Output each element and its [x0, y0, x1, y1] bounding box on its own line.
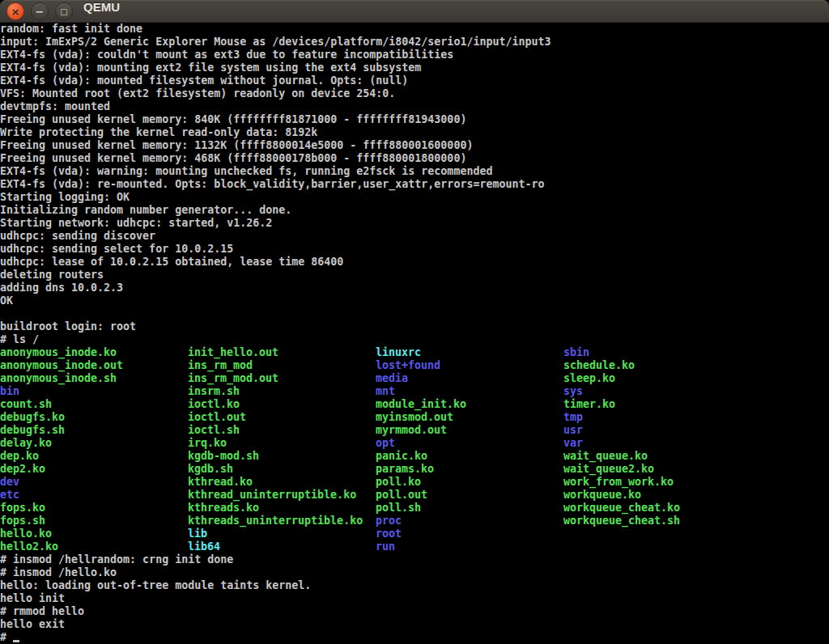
file-entry: ioctl.ko	[188, 398, 376, 411]
ls-row: etckthread_uninterruptible.kopoll.outwor…	[0, 489, 829, 502]
ls-row: fops.shkthreads_uninterruptible.koprocwo…	[0, 515, 829, 527]
ls-row: hello2.kolib64run	[0, 540, 829, 553]
terminal-text: EXT4-fs (vda): mounted filesystem withou…	[0, 74, 408, 87]
file-entry: kthreads_uninterruptible.ko	[188, 515, 376, 527]
file-entry: poll.ko	[376, 476, 563, 489]
file-entry: kthreads.ko	[188, 502, 376, 515]
terminal-text: EXT4-fs (vda): couldn't mount as ext3 du…	[0, 49, 453, 61]
file-entry: module_init.ko	[376, 398, 563, 411]
terminal-line: hello: loading out-of-tree module taints…	[0, 579, 829, 592]
file-entry: hello2.ko	[0, 540, 188, 553]
terminal-line: OK	[0, 294, 829, 307]
terminal-text: random: fast init done	[0, 23, 142, 35]
terminal-text: EXT4-fs (vda): mounting ext2 file system…	[0, 61, 421, 74]
terminal-line: EXT4-fs (vda): warning: mounting uncheck…	[0, 165, 829, 178]
file-entry: debugfs.sh	[0, 424, 188, 437]
titlebar[interactable]: × − □ QEMU	[0, 0, 829, 23]
file-entry: ins_rm_mod.out	[188, 372, 376, 385]
ls-row: hello.kolibroot	[0, 527, 829, 540]
terminal-line: buildroot login: root	[0, 320, 829, 333]
file-entry: count.sh	[0, 398, 188, 411]
ls-row: anonymous_inode.shins_rm_mod.outmediasle…	[0, 372, 829, 385]
terminal-line: input: ImExPS/2 Generic Explorer Mouse a…	[0, 36, 829, 49]
terminal-line: # insmod /hellrandom: crng init done	[0, 553, 829, 566]
terminal-line: # insmod /hello.ko	[0, 566, 829, 579]
file-entry: root	[376, 527, 402, 540]
file-entry: opt	[376, 437, 563, 450]
ls-row: debugfs.shioctl.shmyrmmod.outusr	[0, 424, 829, 437]
file-entry: run	[376, 540, 395, 553]
file-entry: dep2.ko	[0, 463, 188, 476]
file-entry: ioctl.sh	[188, 424, 376, 437]
file-entry: myinsmod.out	[376, 411, 563, 424]
terminal-text: udhcpc: lease of 10.0.2.15 obtained, lea…	[0, 256, 343, 268]
file-entry: ioctl.out	[188, 411, 376, 424]
minimize-button[interactable]: −	[31, 2, 49, 20]
terminal-text: # rmmod hello	[0, 605, 84, 617]
terminal-line: Initializing random number generator... …	[0, 204, 829, 217]
terminal-line: EXT4-fs (vda): mounting ext2 file system…	[0, 61, 829, 74]
terminal-text: adding dns 10.0.2.3	[0, 282, 123, 294]
maximize-button[interactable]: □	[55, 2, 73, 20]
terminal-line	[0, 307, 829, 320]
file-entry: linuxrc	[376, 346, 563, 359]
file-entry: poll.out	[376, 489, 563, 502]
terminal-line: Starting logging: OK	[0, 191, 829, 204]
file-entry: poll.sh	[376, 502, 563, 515]
terminal-text: input: ImExPS/2 Generic Explorer Mouse a…	[0, 36, 551, 48]
terminal-text: Freeing unused kernel memory: 468K (ffff…	[0, 152, 466, 164]
terminal-text: OK	[0, 294, 13, 307]
ls-row: count.shioctl.komodule_init.kotimer.ko	[0, 398, 829, 411]
file-entry: irq.ko	[188, 437, 376, 450]
terminal-text: Initializing random number generator... …	[0, 204, 291, 216]
terminal-text: Starting logging: OK	[0, 191, 130, 203]
file-entry: bin	[0, 385, 188, 398]
terminal-text: devtmpfs: mounted	[0, 100, 110, 112]
file-entry: anonymous_inode.sh	[0, 372, 188, 385]
terminal-text: # ls /	[0, 333, 39, 345]
terminal-cursor	[13, 640, 19, 642]
terminal-line: deleting routers	[0, 269, 829, 282]
file-entry: myrmmod.out	[376, 424, 563, 437]
file-entry: timer.ko	[563, 398, 615, 410]
terminal-text: udhcpc: sending discover	[0, 230, 155, 242]
window-title: QEMU	[83, 0, 120, 14]
file-entry: delay.ko	[0, 437, 188, 450]
terminal-line: hello exit	[0, 618, 829, 631]
file-entry: tmp	[563, 411, 583, 423]
terminal-text: VFS: Mounted root (ext2 filesystem) read…	[0, 87, 395, 100]
terminal-line: udhcpc: lease of 10.0.2.15 obtained, lea…	[0, 256, 829, 269]
terminal[interactable]: random: fast init doneinput: ImExPS/2 Ge…	[0, 23, 829, 644]
file-entry: sys	[563, 385, 583, 397]
file-entry: sbin	[563, 346, 589, 358]
terminal-line: adding dns 10.0.2.3	[0, 282, 829, 294]
file-entry: kgdb.sh	[188, 463, 376, 476]
file-entry: anonymous_inode.out	[0, 359, 188, 372]
file-entry: fops.sh	[0, 515, 188, 527]
file-entry: workqueue_cheat.sh	[563, 515, 680, 527]
file-entry: workqueue_cheat.ko	[563, 502, 680, 514]
file-entry: debugfs.ko	[0, 411, 188, 424]
terminal-text: # insmod /hellrandom: crng init done	[0, 553, 233, 566]
file-entry: panic.ko	[376, 450, 563, 463]
terminal-line: udhcpc: sending discover	[0, 230, 829, 243]
terminal-text: hello: loading out-of-tree module taints…	[0, 579, 311, 591]
terminal-text: Freeing unused kernel memory: 1132K (fff…	[0, 139, 473, 151]
file-entry: media	[376, 372, 563, 385]
terminal-line: udhcpc: sending select for 10.0.2.15	[0, 243, 829, 256]
close-button[interactable]: ×	[6, 2, 24, 20]
ls-row: anonymous_inode.outins_rm_modlost+founds…	[0, 359, 829, 372]
terminal-text: #	[0, 631, 13, 643]
ls-row: delay.koirq.kooptvar	[0, 437, 829, 450]
terminal-line: VFS: Mounted root (ext2 filesystem) read…	[0, 87, 829, 100]
file-entry: insrm.sh	[188, 385, 376, 398]
file-entry: workqueue.ko	[563, 489, 641, 501]
file-entry: sleep.ko	[563, 372, 615, 384]
file-entry: etc	[0, 489, 188, 502]
terminal-text: EXT4-fs (vda): re-mounted. Opts: block_v…	[0, 178, 544, 190]
file-entry: dep.ko	[0, 450, 188, 463]
file-entry: fops.ko	[0, 502, 188, 515]
terminal-line: #	[0, 631, 829, 644]
terminal-text: hello exit	[0, 618, 65, 630]
close-icon: ×	[11, 6, 20, 18]
